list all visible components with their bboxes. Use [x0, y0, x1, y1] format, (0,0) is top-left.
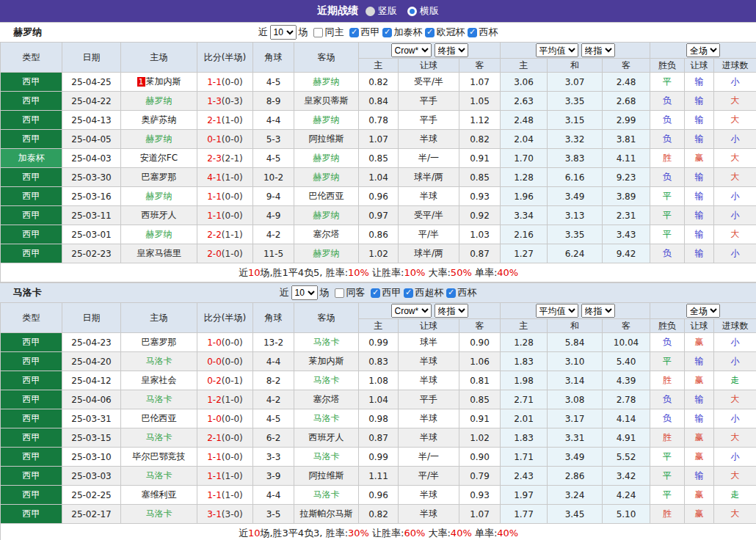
away-team-cell[interactable]: 莱加内斯: [294, 352, 359, 371]
away-team-name[interactable]: 赫罗纳: [313, 153, 340, 163]
away-team-name[interactable]: 赫罗纳: [313, 172, 340, 182]
home-team-name[interactable]: 西班牙人: [142, 210, 177, 220]
away-team-name[interactable]: 塞尔塔: [313, 394, 340, 404]
away-team-cell[interactable]: 塞尔塔: [294, 225, 359, 244]
away-team-name[interactable]: 马洛卡: [313, 375, 340, 385]
away-team-name[interactable]: 马洛卡: [313, 451, 340, 461]
away-team-name[interactable]: 拉斯帕尔马斯: [300, 508, 353, 519]
away-team-name[interactable]: 巴伦西亚: [309, 191, 344, 201]
away-team-name[interactable]: 马洛卡: [313, 413, 340, 423]
home-team-cell[interactable]: 马洛卡: [121, 467, 197, 486]
radio-horizontal[interactable]: 横版: [407, 4, 439, 18]
league-checkbox-1[interactable]: [404, 288, 413, 298]
home-team-name[interactable]: 巴塞罗那: [142, 172, 177, 182]
away-team-cell[interactable]: 赫罗纳: [294, 73, 359, 92]
league-checkbox-3[interactable]: [468, 28, 477, 37]
away-team-cell[interactable]: 赫罗纳: [294, 244, 359, 263]
radio-horizontal-icon[interactable]: [407, 7, 417, 16]
recent-count-select[interactable]: 10: [291, 285, 318, 300]
away-team-name[interactable]: 马洛卡: [313, 489, 340, 500]
scope-select[interactable]: 全场: [686, 304, 720, 318]
home-team-name[interactable]: 巴塞罗那: [142, 337, 177, 347]
home-team-cell[interactable]: 安道尔FC: [121, 149, 197, 168]
avg-select[interactable]: 平均值: [536, 304, 578, 318]
league-checkbox-2[interactable]: [425, 28, 435, 37]
away-team-cell[interactable]: 马洛卡: [294, 448, 359, 467]
away-team-cell[interactable]: 皇家贝蒂斯: [294, 92, 359, 111]
away-team-cell[interactable]: 赫罗纳: [294, 149, 359, 168]
home-team-name[interactable]: 毕尔巴鄂竞技: [133, 451, 186, 461]
away-team-cell[interactable]: 马洛卡: [294, 333, 359, 352]
home-team-name[interactable]: 莱加内斯: [146, 76, 181, 87]
home-team-cell[interactable]: 马洛卡: [121, 390, 197, 409]
home-team-name[interactable]: 塞维利亚: [142, 489, 177, 500]
away-team-name[interactable]: 赫罗纳: [313, 210, 340, 220]
home-team-cell[interactable]: 巴塞罗那: [121, 168, 197, 187]
home-team-cell[interactable]: 赫罗纳: [121, 225, 197, 244]
league-checkbox-0[interactable]: [349, 28, 359, 37]
away-team-name[interactable]: 阿拉维斯: [309, 134, 344, 144]
away-team-cell[interactable]: 赫罗纳: [294, 206, 359, 225]
home-team-cell[interactable]: 毕尔巴鄂竞技: [121, 448, 197, 467]
away-team-name[interactable]: 赫罗纳: [313, 114, 340, 125]
away-team-name[interactable]: 赫罗纳: [313, 76, 340, 87]
radio-vertical-icon[interactable]: [366, 7, 375, 16]
home-team-name[interactable]: 马洛卡: [146, 356, 172, 366]
away-team-name[interactable]: 皇家贝蒂斯: [305, 95, 349, 106]
home-team-name[interactable]: 马洛卡: [146, 508, 172, 519]
away-team-cell[interactable]: 拉斯帕尔马斯: [294, 505, 359, 524]
league-checkbox-0[interactable]: [371, 288, 380, 298]
avg-select[interactable]: 平均值: [536, 43, 578, 57]
league-checkbox-2[interactable]: [446, 288, 456, 298]
away-team-cell[interactable]: 西班牙人: [294, 428, 359, 448]
away-team-name[interactable]: 赫罗纳: [313, 248, 340, 258]
home-team-cell[interactable]: 赫罗纳: [121, 130, 197, 149]
home-team-name[interactable]: 马洛卡: [146, 432, 172, 442]
scope-select[interactable]: 全场: [686, 43, 720, 57]
avg-stage-select[interactable]: 终指: [581, 43, 615, 57]
away-team-name[interactable]: 莱加内斯: [309, 356, 344, 366]
home-team-name[interactable]: 马洛卡: [146, 394, 172, 404]
away-team-cell[interactable]: 塞尔塔: [294, 390, 359, 409]
away-team-name[interactable]: 马洛卡: [313, 337, 340, 347]
away-team-cell[interactable]: 巴伦西亚: [294, 187, 359, 206]
odds-provider-select[interactable]: Crow*: [391, 304, 432, 318]
home-team-cell[interactable]: 巴伦西亚: [121, 409, 197, 428]
away-team-name[interactable]: 塞尔塔: [313, 229, 340, 239]
radio-vertical[interactable]: 竖版: [366, 4, 397, 18]
home-team-cell[interactable]: 马洛卡: [121, 352, 197, 371]
home-team-name[interactable]: 赫罗纳: [146, 191, 172, 201]
same-venue-checkbox[interactable]: [313, 28, 323, 37]
away-team-cell[interactable]: 阿拉维斯: [294, 130, 359, 149]
home-team-cell[interactable]: 奥萨苏纳: [121, 111, 197, 130]
away-team-cell[interactable]: 赫罗纳: [294, 111, 359, 130]
recent-count-select[interactable]: 10: [270, 25, 297, 40]
home-team-name[interactable]: 赫罗纳: [146, 95, 172, 106]
home-team-name[interactable]: 皇家社会: [142, 375, 177, 385]
away-team-name[interactable]: 西班牙人: [309, 432, 344, 442]
home-team-cell[interactable]: 塞维利亚: [121, 486, 197, 505]
home-team-name[interactable]: 安道尔FC: [140, 153, 178, 163]
home-team-name[interactable]: 奥萨苏纳: [142, 114, 177, 125]
odds-stage-select[interactable]: 终指: [435, 304, 468, 318]
league-checkbox-1[interactable]: [382, 28, 392, 37]
home-team-name[interactable]: 马洛卡: [146, 470, 172, 481]
odds-provider-select[interactable]: Crow*: [391, 43, 432, 57]
home-team-name[interactable]: 皇家马德里: [137, 248, 181, 258]
home-team-cell[interactable]: 巴塞罗那: [121, 333, 197, 352]
home-team-cell[interactable]: 赫罗纳: [121, 92, 197, 111]
home-team-name[interactable]: 赫罗纳: [146, 134, 172, 144]
home-team-cell[interactable]: 皇家马德里: [121, 244, 197, 263]
away-team-cell[interactable]: 马洛卡: [294, 486, 359, 505]
avg-stage-select[interactable]: 终指: [581, 304, 615, 318]
home-team-cell[interactable]: 马洛卡: [121, 428, 197, 448]
away-team-cell[interactable]: 马洛卡: [294, 409, 359, 428]
home-team-cell[interactable]: 皇家社会: [121, 371, 197, 390]
odds-stage-select[interactable]: 终指: [435, 43, 468, 57]
home-team-cell[interactable]: 马洛卡: [121, 505, 197, 524]
away-team-cell[interactable]: 马洛卡: [294, 371, 359, 390]
home-team-cell[interactable]: 赫罗纳: [121, 187, 197, 206]
away-team-name[interactable]: 阿拉维斯: [309, 470, 344, 481]
away-team-cell[interactable]: 阿拉维斯: [294, 467, 359, 486]
home-team-cell[interactable]: 西班牙人: [121, 206, 197, 225]
